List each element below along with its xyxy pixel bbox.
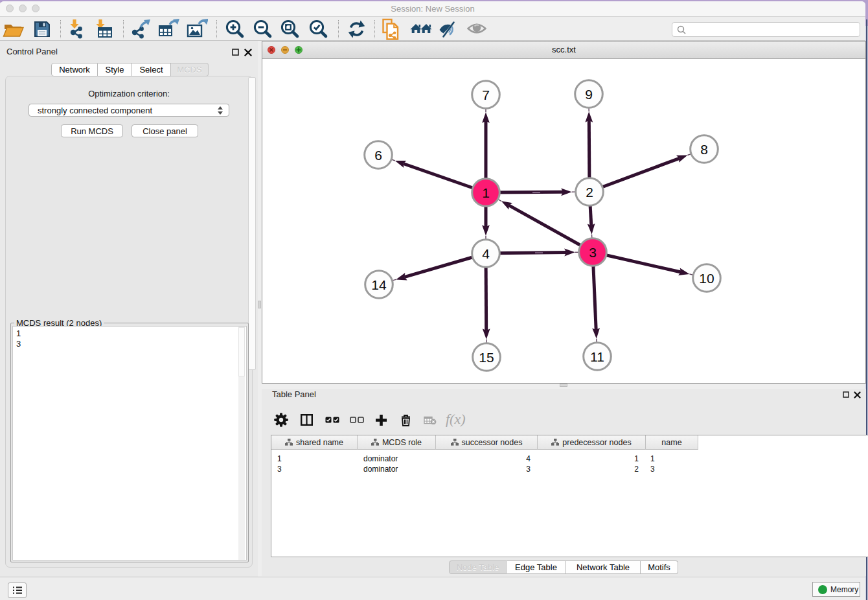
- svg-text:8: 8: [700, 142, 708, 157]
- svg-text:14: 14: [371, 277, 387, 292]
- svg-text:6: 6: [374, 148, 382, 163]
- svg-text:3: 3: [589, 245, 597, 260]
- svg-text:4: 4: [482, 246, 490, 261]
- svg-text:7: 7: [482, 87, 490, 102]
- svg-text:9: 9: [585, 87, 593, 102]
- svg-text:1: 1: [482, 185, 490, 200]
- svg-text:15: 15: [479, 350, 494, 365]
- svg-text:2: 2: [586, 185, 593, 200]
- svg-text:11: 11: [590, 349, 604, 364]
- svg-text:10: 10: [699, 271, 714, 286]
